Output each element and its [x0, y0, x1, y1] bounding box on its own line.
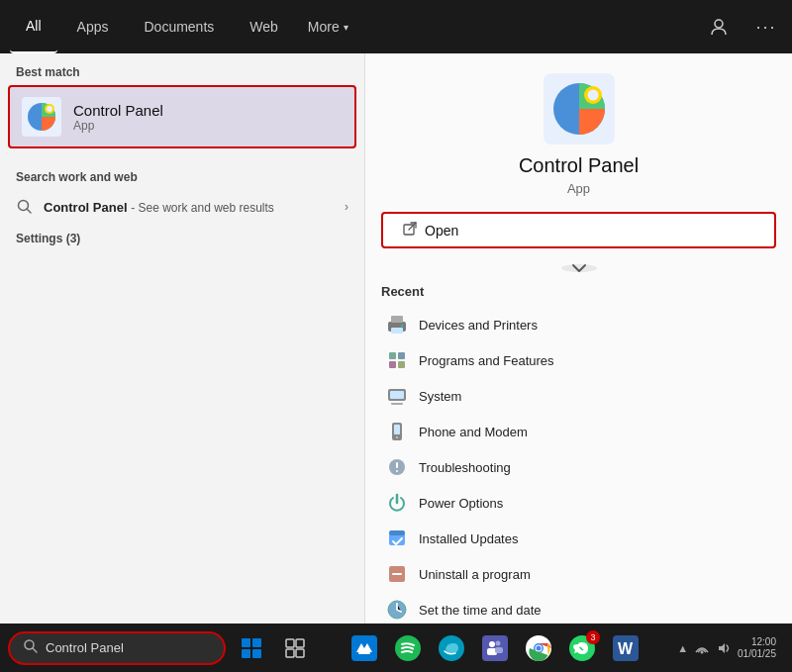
recent-item-text: Power Options: [419, 496, 503, 511]
recent-item-text: Phone and Modem: [419, 425, 528, 439]
main-content: Best match: [0, 53, 792, 624]
open-button[interactable]: Open: [381, 212, 776, 248]
nav-icons: ···: [703, 11, 782, 43]
svg-rect-18: [398, 361, 405, 368]
svg-rect-36: [252, 649, 261, 658]
search-web-label: Search work and web: [0, 158, 364, 190]
svg-point-14: [401, 325, 404, 328]
svg-rect-37: [286, 639, 294, 647]
svg-rect-23: [394, 425, 400, 434]
taskbar-tray: ▲ 12:0001/01/25: [677, 636, 784, 660]
svg-rect-39: [286, 649, 294, 657]
app-detail-icon: [544, 73, 615, 144]
taskbar-app-chrome[interactable]: [519, 628, 558, 668]
open-icon: [403, 222, 417, 239]
taskbar-search-box[interactable]: Control Panel: [8, 631, 226, 665]
left-panel: Best match: [0, 53, 364, 624]
svg-rect-27: [396, 470, 398, 472]
list-item[interactable]: Troubleshooting: [381, 449, 776, 485]
recent-label: Recent: [381, 284, 424, 299]
start-button[interactable]: [234, 630, 269, 666]
settings-label: Settings (3): [0, 224, 364, 249]
taskbar: Control Panel: [0, 624, 792, 672]
expand-button[interactable]: [561, 264, 597, 272]
svg-point-9: [587, 90, 598, 101]
svg-rect-26: [396, 462, 398, 468]
svg-point-47: [496, 640, 501, 645]
best-match-text: Control Panel App: [73, 102, 163, 133]
list-item[interactable]: Set the time and date: [381, 592, 776, 624]
recent-item-text: System: [419, 389, 461, 404]
list-item[interactable]: Installed Updates: [381, 521, 776, 556]
app-name: Control Panel: [73, 102, 163, 119]
user-icon[interactable]: [703, 11, 735, 43]
app-detail-name: Control Panel: [519, 154, 639, 177]
system-icon: [385, 384, 409, 408]
svg-point-46: [489, 641, 495, 647]
power-options-icon: [385, 491, 409, 515]
taskbar-app-teams[interactable]: [475, 628, 515, 668]
app-detail-type: App: [567, 181, 590, 196]
svg-point-24: [396, 436, 398, 438]
svg-text:W: W: [618, 640, 634, 657]
list-item[interactable]: Programs and Features: [381, 342, 776, 378]
taskbar-apps: 3 W: [317, 628, 673, 668]
svg-rect-29: [389, 530, 405, 535]
network-icon: [694, 640, 710, 656]
taskbar-app-spotify[interactable]: [388, 628, 428, 668]
app-type: App: [73, 119, 163, 133]
search-icon: [16, 198, 34, 216]
tray-time: ▲: [677, 642, 688, 654]
svg-rect-12: [391, 316, 403, 323]
open-label: Open: [425, 223, 458, 239]
volume-icon: [716, 640, 732, 656]
recent-list: Devices and Printers Programs and Featur…: [381, 307, 776, 624]
svg-rect-49: [495, 647, 503, 653]
recent-item-text: Set the time and date: [419, 603, 542, 618]
svg-point-57: [701, 650, 704, 653]
search-web-text: Control Panel - See work and web results: [44, 200, 335, 215]
taskbar-app-edge[interactable]: [432, 628, 471, 668]
svg-rect-13: [391, 328, 403, 334]
tab-all[interactable]: All: [10, 0, 57, 53]
uninstall-icon: [385, 562, 409, 586]
search-popup: All Apps Documents Web More ▾ ··· Best m…: [0, 0, 792, 624]
search-web-item[interactable]: Control Panel - See work and web results…: [0, 190, 364, 224]
task-view-button[interactable]: [277, 630, 313, 666]
svg-rect-35: [242, 649, 250, 658]
taskbar-app-whatsapp[interactable]: 3: [562, 628, 602, 668]
taskbar-app-store[interactable]: [345, 628, 384, 668]
more-options-icon[interactable]: ···: [750, 11, 782, 43]
tab-documents[interactable]: Documents: [128, 0, 230, 53]
svg-rect-33: [242, 638, 250, 647]
list-item[interactable]: Uninstall a program: [381, 556, 776, 592]
list-item[interactable]: System: [381, 378, 776, 414]
time-date-icon: [385, 598, 409, 622]
svg-rect-42: [358, 652, 370, 654]
right-panel: Control Panel App Open Rece: [364, 53, 792, 624]
recent-item-text: Troubleshooting: [419, 460, 511, 475]
tab-more[interactable]: More ▾: [298, 13, 358, 41]
arrow-right-icon: ›: [345, 200, 348, 214]
recent-item-text: Uninstall a program: [419, 567, 531, 582]
tab-apps[interactable]: Apps: [61, 0, 125, 53]
list-item[interactable]: Power Options: [381, 485, 776, 521]
nav-tabs: All Apps Documents Web More ▾ ···: [0, 0, 792, 53]
troubleshooting-icon: [385, 455, 409, 479]
svg-rect-17: [389, 361, 396, 368]
svg-point-4: [47, 106, 52, 112]
tab-web[interactable]: Web: [234, 0, 294, 53]
recent-item-text: Devices and Printers: [419, 318, 538, 333]
recent-item-text: Installed Updates: [419, 531, 518, 546]
svg-rect-34: [252, 638, 261, 647]
control-panel-icon: [22, 97, 61, 137]
whatsapp-badge: 3: [586, 630, 600, 644]
best-match-label: Best match: [0, 53, 364, 85]
programs-features-icon: [385, 348, 409, 372]
list-item[interactable]: Devices and Printers: [381, 307, 776, 342]
svg-rect-16: [398, 352, 405, 359]
list-item[interactable]: Phone and Modem: [381, 414, 776, 449]
best-match-item[interactable]: Control Panel App: [8, 85, 356, 148]
devices-printers-icon: [385, 313, 409, 336]
taskbar-app-word[interactable]: W: [606, 628, 645, 668]
